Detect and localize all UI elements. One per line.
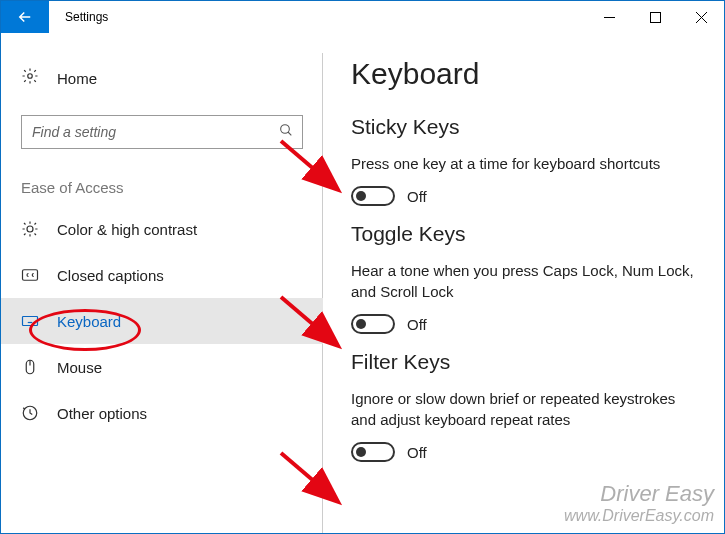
svg-point-3 [27,226,33,232]
toggle-state-label: Off [407,316,427,333]
section-desc: Ignore or slow down brief or repeated ke… [351,388,696,430]
titlebar: Settings [1,1,724,33]
minimize-icon [604,12,615,23]
sidebar-item-other-options[interactable]: Other options [1,390,323,436]
sidebar-item-mouse[interactable]: Mouse [1,344,323,390]
sidebar-item-color-contrast[interactable]: Color & high contrast [1,206,323,252]
svg-rect-5 [23,317,38,326]
keyboard-icon [21,312,39,330]
toggle-filter-keys[interactable] [351,442,395,462]
category-label: Ease of Access [1,149,323,206]
clock-arrow-icon [21,404,39,422]
cc-icon [21,266,39,284]
toggle-state-label: Off [407,444,427,461]
arrow-left-icon [16,8,34,26]
svg-point-1 [28,74,33,79]
home-label: Home [57,70,97,87]
close-button[interactable] [678,1,724,33]
sidebar-item-keyboard[interactable]: Keyboard [1,298,323,344]
search-input[interactable] [32,124,278,140]
mouse-icon [21,358,39,376]
page-title: Keyboard [351,57,696,91]
sidebar-item-label: Closed captions [57,267,164,284]
sidebar-item-label: Mouse [57,359,102,376]
section-title-toggle-keys: Toggle Keys [351,222,696,246]
svg-rect-4 [23,270,38,281]
toggle-knob [356,191,366,201]
sidebar-item-label: Color & high contrast [57,221,197,238]
toggle-state-label: Off [407,188,427,205]
gear-icon [21,67,39,89]
svg-rect-0 [650,12,660,22]
search-icon [278,122,294,142]
sidebar-item-label: Keyboard [57,313,121,330]
sidebar: Home Ease of Access Color & high contras… [1,33,323,533]
window-title: Settings [49,1,108,33]
maximize-icon [650,12,661,23]
close-icon [696,12,707,23]
toggle-sticky-keys[interactable] [351,186,395,206]
sidebar-home[interactable]: Home [1,57,323,99]
section-title-sticky-keys: Sticky Keys [351,115,696,139]
section-title-filter-keys: Filter Keys [351,350,696,374]
sidebar-item-label: Other options [57,405,147,422]
maximize-button[interactable] [632,1,678,33]
toggle-toggle-keys[interactable] [351,314,395,334]
section-desc: Press one key at a time for keyboard sho… [351,153,696,174]
sidebar-item-closed-captions[interactable]: Closed captions [1,252,323,298]
search-input-wrap[interactable] [21,115,303,149]
section-desc: Hear a tone when you press Caps Lock, Nu… [351,260,696,302]
toggle-knob [356,319,366,329]
content-pane: Keyboard Sticky Keys Press one key at a … [323,33,724,533]
minimize-button[interactable] [586,1,632,33]
back-button[interactable] [1,1,49,33]
sun-icon [21,220,39,238]
toggle-knob [356,447,366,457]
